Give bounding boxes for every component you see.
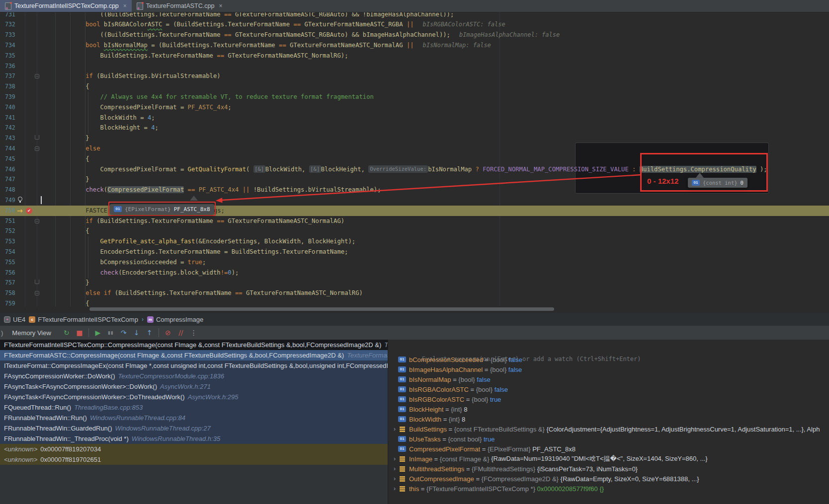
code-line[interactable]: 756check(EncoderSettings.block_width!=0)… [0,268,829,278]
tab-close-icon[interactable]: × [219,2,222,9]
fold-icon[interactable] [35,74,39,78]
stack-frame[interactable]: FAsyncTask<FAsyncCompressionWorker>::DoW… [0,381,388,392]
breadcrumb-item[interactable]: +UE4 [4,316,25,323]
code-line[interactable]: 739// Always use 4x4 for streamable VT, … [0,92,829,102]
memory-view-tab[interactable]: Memory View [12,329,51,337]
watch-row[interactable]: 01bImageHasAlphaChannel = {bool} false [388,364,829,374]
fold-icon[interactable] [35,219,39,223]
expand-chevron-icon[interactable]: › [391,455,398,462]
line-number[interactable]: 747 [5,174,15,185]
watch-row[interactable]: 01BlockWidth = {int} 8 [388,414,829,424]
stack-frame[interactable]: FAsyncTask<FAsyncCompressionWorker>::DoT… [0,392,388,402]
line-number[interactable]: 759 [5,298,15,309]
watch-row[interactable]: 01bIsRGBColorASTC = {bool} true [388,394,829,404]
code-line[interactable]: 738{ [0,81,829,92]
stack-frame[interactable]: <unknown>0x00007ff819702651 [0,454,388,465]
stack-frame[interactable]: FTextureFormatASTC::CompressImage(const … [0,350,388,360]
watch-row[interactable]: ›this = {FTextureFormatIntelISPCTexComp … [388,484,829,494]
line-number[interactable]: 753 [5,236,15,247]
line-number[interactable]: 745 [5,154,15,164]
expand-chevron-icon[interactable]: › [391,485,398,492]
stack-frame[interactable]: FAsyncCompressionWorker::DoWork()Texture… [0,371,388,381]
watch-row[interactable]: 01bIsRGBAColorASTC = {bool} false [388,384,829,394]
fold-icon[interactable] [35,291,39,295]
watch-row[interactable]: 01BlockHeight = {int} 8 [388,404,829,414]
code-line[interactable]: 732bool bIsRGBAColorASTC = (BuildSetting… [0,19,829,30]
watch-row[interactable]: 01bIsNormalMap = {bool} false [388,374,829,384]
line-number[interactable]: 752 [5,226,15,236]
line-number[interactable]: 741 [5,113,15,123]
line-number[interactable]: 743 [5,133,15,144]
line-number[interactable]: 758 [5,288,15,298]
code-line[interactable]: 735BuildSettings.TextureFormatName == GT… [0,51,829,61]
line-number[interactable]: 749 [5,195,15,206]
watches-panel[interactable]: Evaluate expression (Enter) or add a wat… [388,340,829,504]
code-line[interactable]: 744else [0,144,829,154]
stop-icon[interactable]: ■ [73,327,86,338]
line-number[interactable]: 742 [5,123,15,133]
line-number[interactable]: 751 [5,216,15,226]
line-number[interactable]: 754 [5,247,15,257]
line-number[interactable]: 757 [5,278,15,288]
watch-row[interactable]: ›BuildSettings = {const FTextureBuildSet… [388,424,829,434]
line-number[interactable]: 748 [5,185,15,195]
code-line[interactable]: 734bool bIsNormalMap = (BuildSettings.Te… [0,40,829,51]
watch-row[interactable]: ›OutCompressedImage = {FCompressedImage2… [388,474,829,484]
resume-icon[interactable]: ▶ [91,327,104,338]
code-line[interactable]: 736 [0,61,829,72]
stack-frame[interactable]: FRunnableThreadWin::Run()WindowsRunnable… [0,413,388,423]
line-number[interactable]: 756 [5,268,15,278]
code-line[interactable]: 742BlockHeight = 4; [0,123,829,133]
stack-frame[interactable]: <unknown>0x00007ff819207034 [0,444,388,454]
breakpoint-hit-icon[interactable]: ✔ [26,208,32,214]
line-number[interactable]: 755 [5,257,15,268]
line-number[interactable]: 750 [5,206,15,216]
code-line[interactable]: 752{ [0,226,829,236]
code-line[interactable]: 755bCompressionSucceeded = true; [0,257,829,268]
stack-frame[interactable]: FRunnableThreadWin::_ThreadProc(void *)W… [0,433,388,444]
editor-tab[interactable]: TextureFormatIntelISPCTexComp.cpp× [0,0,132,12]
watch-row[interactable]: ›MultithreadSettings = {FMultithreadSett… [388,464,829,474]
evaluate-expression-input[interactable]: Evaluate expression (Enter) or add a wat… [388,340,829,353]
breadcrumb-item[interactable]: cFTextureFormatIntelISPCTexComp [29,316,138,323]
fold-icon[interactable] [35,280,39,284]
line-number[interactable]: 732 [5,19,15,30]
line-number[interactable]: 738 [5,81,15,92]
mute-breakpoints-icon[interactable]: ⊘ [162,327,174,338]
step-into-icon[interactable]: ↓ [130,327,143,338]
watch-row[interactable]: 01CompressedPixelFormat = {EPixelFormat}… [388,444,829,454]
rerun-icon[interactable]: ↻ [60,327,73,338]
stack-frame[interactable]: ITextureFormat::CompressImageEx(const FI… [0,360,388,371]
code-line[interactable]: 751if (BuildSettings.TextureFormatName =… [0,216,829,226]
step-over-icon[interactable]: ↷ [117,327,130,338]
fold-icon[interactable] [35,146,39,151]
line-number[interactable]: 735 [5,51,15,61]
stack-frame[interactable]: FQueuedThread::Run()ThreadingBase.cpp:85… [0,402,388,413]
line-number[interactable]: 733 [5,30,15,40]
step-out-icon[interactable]: ↑ [143,327,156,338]
code-line[interactable]: 758else if (BuildSettings.TextureFormatN… [0,288,829,298]
intention-bulb-icon[interactable] [18,197,22,201]
line-number[interactable]: 744 [5,144,15,154]
editor-tab[interactable]: TextureFormatASTC.cpp× [132,0,228,12]
breadcrumb-item[interactable]: mCompressImage [147,316,203,323]
line-number[interactable]: 746 [5,164,15,175]
line-number[interactable]: 740 [5,102,15,113]
line-number[interactable]: 739 [5,92,15,102]
watch-row[interactable]: ›InImage = {const FImage &} {RawData=Num… [388,454,829,464]
code-editor[interactable]: 731((BuildSettings.TextureFormatName == … [0,12,829,313]
code-line[interactable]: 733((BuildSettings.TextureFormatName == … [0,30,829,40]
code-line[interactable]: 741BlockWidth = 4; [0,113,829,123]
expand-chevron-icon[interactable]: › [391,475,398,482]
breakpoints-hatch-icon[interactable]: ∕∕ [174,327,187,338]
expand-chevron-icon[interactable]: › [391,465,398,472]
code-line[interactable]: 757} [0,278,829,288]
code-line[interactable]: 740CompressedPixelFormat = PF_ASTC_4x4; [0,102,829,113]
line-number[interactable]: 737 [5,71,15,81]
fold-icon[interactable] [35,135,39,140]
line-number[interactable]: 734 [5,40,15,51]
horizontal-scrollbar[interactable] [50,307,829,311]
expand-chevron-icon[interactable]: › [391,426,398,432]
tab-close-icon[interactable]: × [123,2,127,9]
pause-icon[interactable]: ▮▮ [104,327,117,338]
